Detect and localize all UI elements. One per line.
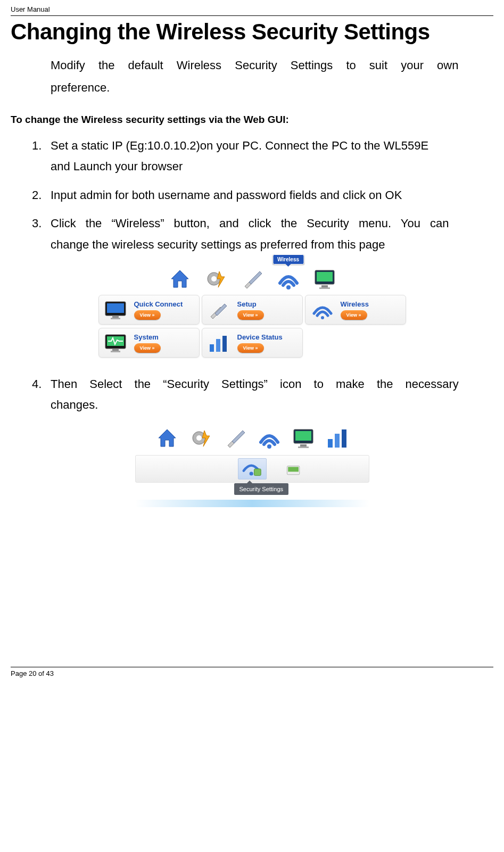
tools-icon xyxy=(239,266,265,292)
steps-list: 1. Set a static IP (Eg:10.0.10.2)on your… xyxy=(11,135,493,255)
svg-rect-24 xyxy=(300,444,307,446)
svg-rect-18 xyxy=(222,336,227,352)
toolbar-figure: Security Settings xyxy=(135,423,369,507)
header-rule xyxy=(11,15,493,16)
svg-rect-10 xyxy=(111,318,120,319)
wireless-icon: Wireless xyxy=(276,266,301,292)
toolbar-slot[interactable] xyxy=(279,458,308,479)
svg-rect-4 xyxy=(317,272,333,282)
wireless-icon xyxy=(310,300,335,321)
view-button[interactable]: View » xyxy=(237,310,264,320)
svg-rect-6 xyxy=(319,287,330,289)
page-title: Changing the Wireless Security Settings xyxy=(11,19,493,45)
step-1: 1. Set a static IP (Eg:10.0.10.2)on your… xyxy=(32,135,477,177)
svg-rect-9 xyxy=(112,316,119,318)
view-button[interactable]: View » xyxy=(134,343,161,353)
monitor-icon xyxy=(312,266,337,292)
step-number: 4. xyxy=(32,374,42,395)
toolbar-top-icons xyxy=(135,423,369,453)
nav-tiles-figure: Wireless Quick Connect View » Setup View… xyxy=(87,266,417,358)
svg-rect-27 xyxy=(335,434,340,448)
svg-point-11 xyxy=(321,316,324,319)
security-settings-toolbar-item[interactable]: Security Settings xyxy=(238,458,267,479)
step-text: changes. xyxy=(51,398,98,411)
step-text: Set a static IP (Eg:10.0.10.2)on your PC… xyxy=(51,139,428,152)
tile-label: Quick Connect xyxy=(134,300,183,308)
toolbar-slot[interactable] xyxy=(196,458,225,479)
tile-row-1: Quick Connect View » Setup View » Wirele… xyxy=(87,295,417,325)
doc-header: User Manual xyxy=(11,5,493,13)
svg-rect-15 xyxy=(111,351,120,352)
wireless-icon xyxy=(257,425,282,451)
svg-rect-17 xyxy=(216,339,220,352)
svg-rect-23 xyxy=(295,431,311,441)
gear-lightning-icon xyxy=(203,266,229,292)
step-4: 4. Then Select the “Security Settings” i… xyxy=(32,374,477,416)
svg-rect-5 xyxy=(321,285,328,287)
wireless-tooltip-badge: Wireless xyxy=(272,254,304,264)
view-button[interactable]: View » xyxy=(237,343,264,353)
intro-line2: preference. xyxy=(51,81,110,94)
steps-list-cont: 4. Then Select the “Security Settings” i… xyxy=(11,374,493,416)
step-text: change the wireless security settings as… xyxy=(51,238,385,251)
section-subhead: To change the Wireless security settings… xyxy=(11,114,493,126)
decorative-strip xyxy=(135,500,369,507)
svg-rect-16 xyxy=(210,344,214,352)
security-settings-tooltip: Security Settings xyxy=(234,483,289,495)
svg-rect-32 xyxy=(288,467,299,472)
step-text: Input admin for both username and passwo… xyxy=(51,188,402,202)
barchart-icon xyxy=(325,425,350,451)
svg-point-29 xyxy=(249,472,253,475)
svg-rect-30 xyxy=(254,469,261,476)
system-tile[interactable]: System View » xyxy=(98,328,200,358)
svg-point-21 xyxy=(267,444,271,449)
svg-rect-26 xyxy=(328,439,333,448)
view-button[interactable]: View » xyxy=(341,310,367,320)
top-icon-row: Wireless xyxy=(87,266,417,292)
svg-point-2 xyxy=(286,285,291,289)
toolbar-bar: Security Settings xyxy=(135,455,369,483)
tile-label: Setup xyxy=(237,300,264,308)
wireless-tile[interactable]: Wireless View » xyxy=(305,295,406,325)
tools-icon xyxy=(206,300,232,321)
tools-icon xyxy=(222,425,248,451)
page-number: Page 20 of 43 xyxy=(11,669,493,677)
step-number: 2. xyxy=(32,185,42,206)
home-icon xyxy=(167,266,193,292)
step-text: and Launch your browser xyxy=(51,160,183,173)
svg-rect-25 xyxy=(298,446,309,448)
gear-lightning-icon xyxy=(188,425,214,451)
footer-rule xyxy=(11,667,493,667)
monitor-pulse-icon xyxy=(103,333,129,354)
intro-paragraph: Modify the default Wireless Security Set… xyxy=(11,54,493,99)
barchart-icon xyxy=(206,333,232,354)
device-status-tile[interactable]: Device Status View » xyxy=(202,328,303,358)
step-2: 2. Input admin for both username and pas… xyxy=(32,185,477,206)
svg-point-20 xyxy=(196,435,202,441)
svg-rect-14 xyxy=(112,349,119,351)
step-number: 1. xyxy=(32,135,42,156)
quick-connect-tile[interactable]: Quick Connect View » xyxy=(98,295,200,325)
svg-rect-28 xyxy=(342,429,346,448)
step-number: 3. xyxy=(32,213,42,234)
tile-label: System xyxy=(134,333,161,341)
tile-row-2: System View » Device Status View » xyxy=(87,328,417,358)
step-text: Click the “Wireless” button, and click t… xyxy=(51,217,449,230)
step-3: 3. Click the “Wireless” button, and clic… xyxy=(32,213,477,255)
svg-rect-8 xyxy=(107,303,124,313)
home-icon xyxy=(154,425,180,451)
empty-tile-slot xyxy=(305,328,406,358)
monitor-icon xyxy=(291,425,316,451)
view-button[interactable]: View » xyxy=(134,310,161,320)
step-text: Then Select the “Security Settings” icon… xyxy=(51,377,459,391)
setup-tile[interactable]: Setup View » xyxy=(202,295,303,325)
tile-label: Device Status xyxy=(237,333,283,341)
svg-point-1 xyxy=(211,276,217,282)
monitor-icon xyxy=(103,300,129,321)
tile-label: Wireless xyxy=(341,300,369,308)
intro-line1: Modify the default Wireless Security Set… xyxy=(51,59,458,72)
footer: Page 20 of 43 xyxy=(11,667,493,677)
